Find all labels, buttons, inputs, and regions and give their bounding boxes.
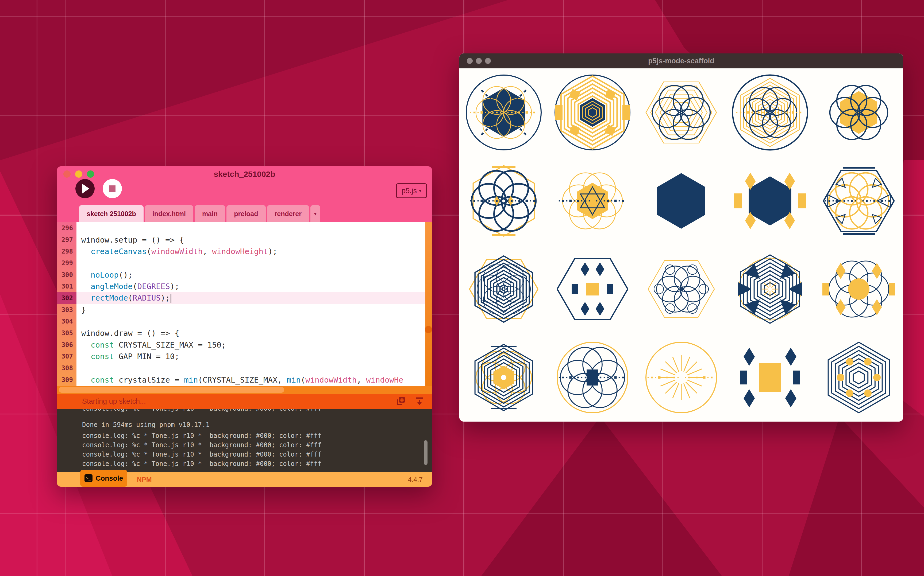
console-log-line: console.log: %c * Tone.js r10 * backgrou… bbox=[82, 431, 432, 440]
tab-sketch-251002b[interactable]: sketch 251002b bbox=[79, 205, 144, 222]
tab-main[interactable]: main bbox=[195, 205, 225, 222]
code-line[interactable]: 303} bbox=[57, 304, 425, 316]
crystal-cell-2 bbox=[548, 69, 637, 157]
desktop: { "colors":{ "desktop_base":"#a80f3e","d… bbox=[0, 0, 924, 576]
crystal-cell-8 bbox=[637, 157, 726, 245]
console-log-line: console.log: %c * Tone.js r10 * backgrou… bbox=[82, 450, 432, 459]
tab-renderer[interactable]: renderer bbox=[267, 205, 309, 222]
line-number: 304 bbox=[57, 316, 77, 328]
run-button[interactable] bbox=[75, 179, 95, 198]
stop-icon bbox=[109, 186, 116, 192]
line-number: 301 bbox=[57, 280, 77, 292]
crystal-cell-3 bbox=[637, 69, 726, 157]
vertical-scrollbar-thumb[interactable] bbox=[425, 326, 432, 333]
code-line-text bbox=[77, 362, 425, 374]
horizontal-scrollbar[interactable] bbox=[57, 386, 432, 394]
console-log-list: console.log: %c * Tone.js r10 * backgrou… bbox=[57, 409, 432, 469]
tab-npm[interactable]: NPM bbox=[137, 472, 152, 487]
line-number: 302 bbox=[57, 292, 77, 304]
line-number: 306 bbox=[57, 339, 77, 351]
console-tab-label: Console bbox=[96, 474, 123, 483]
chevron-down-icon: ▾ bbox=[419, 188, 421, 194]
code-line-text bbox=[77, 222, 425, 234]
text-cursor bbox=[170, 294, 172, 303]
code-line-text: createCanvas(windowWidth, windowHeight); bbox=[77, 245, 425, 257]
code-line-text: const GAP_MIN = 10; bbox=[77, 351, 425, 363]
console-log-line: console.log: %c * Tone.js r10 * backgrou… bbox=[82, 409, 432, 413]
code-line-text bbox=[77, 316, 425, 328]
crystal-cell-4 bbox=[726, 69, 814, 157]
code-line-text: angleMode(DEGREES); bbox=[77, 280, 425, 292]
crystal-cell-19 bbox=[726, 333, 814, 422]
sketch-canvas[interactable] bbox=[459, 69, 903, 422]
code-line-text: window.draw = () => { bbox=[77, 327, 425, 339]
line-number: 298 bbox=[57, 245, 77, 257]
play-icon bbox=[82, 184, 89, 194]
code-line[interactable]: 299 bbox=[57, 257, 425, 269]
horizontal-scrollbar-thumb[interactable] bbox=[59, 387, 284, 393]
line-number: 296 bbox=[57, 222, 77, 234]
line-number: 305 bbox=[57, 327, 77, 339]
new-console-icon[interactable] bbox=[396, 397, 406, 406]
tab-preload[interactable]: preload bbox=[226, 205, 265, 222]
crystal-cell-13 bbox=[637, 245, 726, 333]
console-log-line: console.log: %c * Tone.js r10 * backgrou… bbox=[82, 440, 432, 450]
crystal-cell-17 bbox=[548, 333, 637, 422]
window-title: p5js-mode-scaffold bbox=[459, 57, 903, 65]
code-lines: 296297window.setup = () => {298 createCa… bbox=[57, 222, 425, 386]
editor-footer: >_ Console NPM 4.4.7 bbox=[57, 472, 432, 487]
terminal-icon: >_ bbox=[85, 474, 93, 482]
code-line[interactable]: 298 createCanvas(windowWidth, windowHeig… bbox=[57, 245, 425, 257]
code-line[interactable]: 306 const CRYSTAL_SIZE_MAX = 150; bbox=[57, 339, 425, 351]
code-line-text: } bbox=[77, 304, 425, 316]
line-number: 299 bbox=[57, 257, 77, 269]
code-line-text bbox=[77, 257, 425, 269]
crystal-cell-10 bbox=[814, 157, 903, 245]
code-line[interactable]: 300 noLoop(); bbox=[57, 269, 425, 281]
code-line-text: const CRYSTAL_SIZE_MAX = 150; bbox=[77, 339, 425, 351]
code-line[interactable]: 307 const GAP_MIN = 10; bbox=[57, 351, 425, 363]
line-number: 309 bbox=[57, 374, 77, 386]
line-number: 297 bbox=[57, 234, 77, 246]
crystal-cell-6 bbox=[459, 157, 548, 245]
code-line[interactable]: 296 bbox=[57, 222, 425, 234]
line-number: 303 bbox=[57, 304, 77, 316]
crystal-cell-7 bbox=[548, 157, 637, 245]
code-line[interactable]: 305window.draw = () => { bbox=[57, 327, 425, 339]
code-line[interactable]: 309 const crystalSize = min(CRYSTAL_SIZE… bbox=[57, 374, 425, 386]
code-line-text: window.setup = () => { bbox=[77, 234, 425, 246]
crystal-cell-15 bbox=[814, 245, 903, 333]
status-text: Starting up sketch... bbox=[82, 397, 146, 406]
status-bar-icons bbox=[396, 394, 424, 409]
editor-window: sketch_251002b p5.js ▾ sketch 251002bind… bbox=[57, 166, 432, 487]
window-title: sketch_251002b bbox=[57, 170, 432, 179]
console-scrollbar-thumb[interactable] bbox=[424, 440, 428, 465]
tab-overflow-menu[interactable]: ▾ bbox=[310, 205, 320, 222]
code-editor[interactable]: 296297window.setup = () => {298 createCa… bbox=[57, 222, 432, 386]
vertical-scrollbar[interactable] bbox=[425, 222, 432, 386]
crystal-cell-5 bbox=[814, 69, 903, 157]
tab-console[interactable]: >_ Console bbox=[80, 470, 127, 487]
crystal-cell-14 bbox=[726, 245, 814, 333]
code-line-text: const crystalSize = min(CRYSTAL_SIZE_MAX… bbox=[77, 374, 425, 386]
console-log-line: Done in 594ms using pnpm v10.17.1 bbox=[82, 420, 432, 430]
mode-dropdown[interactable]: p5.js ▾ bbox=[396, 183, 427, 198]
console-log-line: console.log: %c * Tone.js r10 * backgrou… bbox=[82, 459, 432, 469]
code-line-text: noLoop(); bbox=[77, 269, 425, 281]
code-line[interactable]: 297window.setup = () => { bbox=[57, 234, 425, 246]
stop-button[interactable] bbox=[103, 179, 122, 198]
crystal-cell-9 bbox=[726, 157, 814, 245]
file-tabs: sketch 251002bindex.htmlmainpreloadrende… bbox=[79, 205, 320, 222]
code-line[interactable]: 301 angleMode(DEGREES); bbox=[57, 280, 425, 292]
sketch-window: p5js-mode-scaffold bbox=[459, 53, 903, 422]
crystal-cell-18 bbox=[637, 333, 726, 422]
code-line[interactable]: 304 bbox=[57, 316, 425, 328]
code-line[interactable]: 302 rectMode(RADIUS); bbox=[57, 292, 425, 304]
code-line[interactable]: 308 bbox=[57, 362, 425, 374]
console-output[interactable]: console.log: %c * Tone.js r10 * backgrou… bbox=[57, 409, 432, 472]
code-line-text: rectMode(RADIUS); bbox=[77, 292, 425, 304]
sketch-titlebar[interactable]: p5js-mode-scaffold bbox=[459, 53, 903, 69]
line-number: 300 bbox=[57, 269, 77, 281]
tab-index-html[interactable]: index.html bbox=[145, 205, 193, 222]
collapse-console-icon[interactable] bbox=[415, 397, 424, 406]
